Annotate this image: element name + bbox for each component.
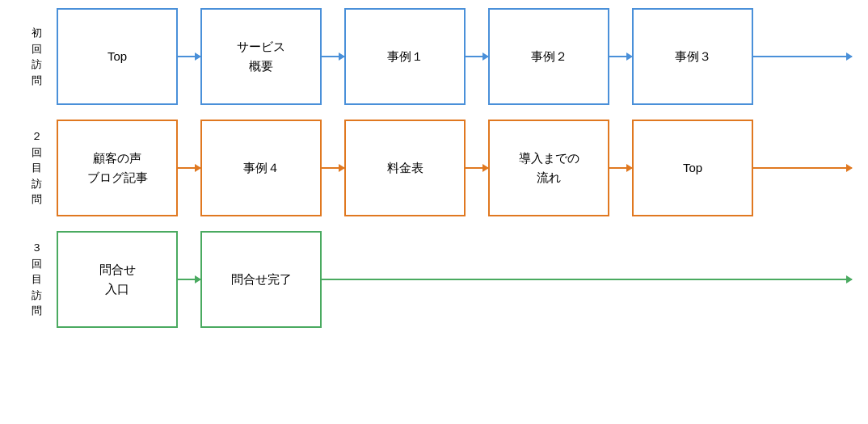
connector-2-3: [466, 167, 488, 169]
connector-3-1: [178, 279, 200, 280]
box-1-1: Top: [57, 8, 178, 105]
row-3-label: ３回目訪問: [16, 231, 57, 328]
connector-1-1: [178, 56, 200, 57]
row-1-end: [753, 56, 852, 57]
arrow-2-1: [178, 167, 200, 169]
box-3-2: 問合せ完了: [200, 231, 322, 328]
connector-2-4: [609, 167, 632, 169]
box-2-3: 料金表: [344, 120, 466, 216]
box-1-3: 事例１: [344, 8, 466, 105]
row-2: ２回目訪問 顧客の声ブログ記事 事例４ 料金表 導入までの流れ Top: [16, 120, 852, 216]
box-1-5: 事例３: [632, 8, 753, 105]
row-1-label: 初回訪問: [16, 8, 57, 105]
arrow-long-3: [322, 279, 852, 280]
box-2-5: Top: [632, 120, 753, 216]
connector-2-1: [178, 167, 200, 169]
arrow-2-3: [466, 167, 488, 169]
row-2-end: [753, 167, 852, 169]
arrow-long-1: [753, 56, 852, 57]
arrow-long-2: [753, 167, 852, 169]
arrow-3-1: [178, 279, 200, 280]
connector-1-2: [322, 56, 344, 57]
box-1-2: サービス概要: [200, 8, 322, 105]
box-3-1: 問合せ入口: [57, 231, 178, 328]
box-2-4: 導入までの流れ: [488, 120, 609, 216]
arrow-1-4: [609, 56, 632, 57]
connector-2-2: [322, 167, 344, 169]
arrow-1-1: [178, 56, 200, 57]
arrow-2-2: [322, 167, 344, 169]
row-2-label: ２回目訪問: [16, 120, 57, 216]
box-1-4: 事例２: [488, 8, 609, 105]
connector-1-4: [609, 56, 632, 57]
connector-1-3: [466, 56, 488, 57]
box-2-1: 顧客の声ブログ記事: [57, 120, 178, 216]
arrow-2-4: [609, 167, 632, 169]
arrow-1-2: [322, 56, 344, 57]
row-1: 初回訪問 Top サービス概要 事例１ 事例２ 事例３: [16, 8, 852, 105]
box-2-2: 事例４: [200, 120, 322, 216]
row-3: ３回目訪問 問合せ入口 問合せ完了: [16, 231, 852, 328]
arrow-1-3: [466, 56, 488, 57]
diagram: 初回訪問 Top サービス概要 事例１ 事例２ 事例３ ２回目訪問 顧客の声ブロ…: [16, 8, 852, 328]
row-3-end: [322, 279, 852, 280]
